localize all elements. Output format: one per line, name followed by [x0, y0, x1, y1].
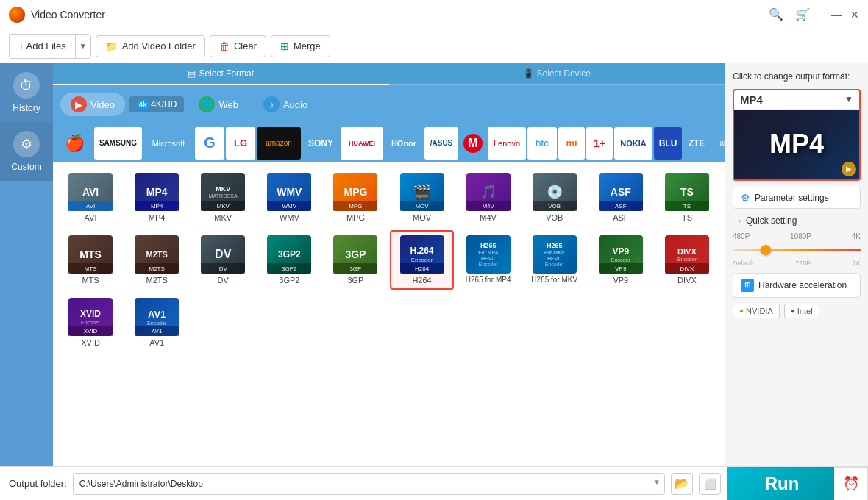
quality-slider[interactable]	[733, 243, 861, 257]
sidebar-item-custom[interactable]: ⚙ Custom	[0, 122, 53, 181]
history-icon: ⏱	[13, 72, 40, 99]
format-item-mpg[interactable]: MPG MPG MPG	[324, 168, 387, 227]
format-item-mp4[interactable]: MP4 MP4 MP4	[125, 168, 188, 227]
app-title: Video Converter	[31, 9, 769, 21]
format-item-mkv[interactable]: MKV MATROSKA MKV MKV	[191, 168, 255, 227]
quick-setting-label: → Quick setting	[733, 215, 861, 226]
merge-icon: ⊞	[280, 40, 289, 52]
intel-icon: ●	[791, 307, 795, 315]
format-item-ts[interactable]: TS TS TS	[655, 168, 719, 227]
tab-select-device[interactable]: 📱 Select Device	[389, 63, 725, 85]
device-samsung[interactable]: SAMSUNG	[94, 127, 142, 160]
device-alcatel[interactable]: alcatel	[711, 127, 725, 160]
category-web[interactable]: 🌐 Web	[188, 93, 249, 116]
format-tab-icon: ▤	[188, 68, 196, 79]
format-item-m4v[interactable]: 🎵 M4V M4V	[457, 168, 520, 227]
output-path-input[interactable]	[73, 473, 665, 495]
format-grid: AVI AVI AVI MP4 MP4 MP4 MKV	[53, 162, 725, 466]
device-honor[interactable]: HOnor	[385, 127, 423, 160]
tab-select-format[interactable]: ▤ Select Format	[53, 63, 389, 85]
close-button[interactable]: ✕	[850, 9, 859, 21]
main-area: ⏱ History ⚙ Custom ▤ Select Format 📱 Sel…	[0, 63, 868, 466]
category-video[interactable]: ▶ Video	[60, 93, 125, 116]
quality-4k-button[interactable]: 4k 4K/HD	[129, 96, 184, 113]
hardware-acceleration-button[interactable]: ⊞ Hardware acceleration	[733, 273, 861, 298]
device-google[interactable]: G	[195, 127, 224, 160]
run-button[interactable]: Run	[727, 467, 837, 501]
clear-button[interactable]: 🗑 Clear	[210, 35, 266, 57]
format-item-3gp2[interactable]: 3GP2 3GP2 3GP2	[257, 230, 321, 290]
format-item-mts[interactable]: MTS MTS MTS	[59, 230, 122, 290]
format-item-m2ts[interactable]: M2TS M2TS M2TS	[125, 230, 188, 290]
nvidia-badge[interactable]: ● NVIDIA	[733, 304, 780, 318]
trash-icon: 🗑	[219, 40, 230, 52]
mp4-preview: MP4 ▶	[734, 110, 859, 179]
titlebar: Video Converter 🔍 🛒 — ✕	[0, 0, 868, 29]
minimize-button[interactable]: —	[831, 9, 842, 21]
output-format-label: MP4	[740, 93, 844, 106]
intel-badge[interactable]: ● Intel	[784, 304, 819, 318]
device-zte[interactable]: ZTE	[683, 127, 710, 160]
cart-icon[interactable]: 🛒	[795, 7, 810, 21]
device-lenovo[interactable]: Lenovo	[488, 127, 526, 160]
parameter-settings-button[interactable]: ⚙ Parameter settings	[733, 187, 861, 209]
browse-folder-button[interactable]: 📂	[671, 473, 693, 495]
device-lg[interactable]: LG	[226, 127, 255, 160]
quality-slider-section: 480P 1080P 4K Default 720P 2K	[733, 232, 861, 267]
device-asus[interactable]: /ASUS	[424, 127, 458, 160]
format-item-h265mp4[interactable]: H265 For MP4 HEVC Encoder H265 for MP4	[457, 230, 520, 290]
export-button[interactable]: ⬜	[699, 473, 721, 495]
format-item-avi[interactable]: AVI AVI AVI	[59, 168, 122, 227]
format-item-divx[interactable]: DIVX Encoder DIVX DIVX	[655, 230, 719, 290]
format-item-vp9[interactable]: VP9 Encoder VP9 VP9	[589, 230, 652, 290]
format-item-h264[interactable]: H.264 Encoder H264 H264	[390, 230, 453, 290]
output-folder-label: Output folder:	[9, 478, 67, 489]
format-item-wmv[interactable]: WMV WMV WMV	[257, 168, 321, 227]
device-microsoft[interactable]: Microsoft	[143, 127, 193, 160]
svg-text:M: M	[468, 137, 477, 149]
device-blu[interactable]: BLU	[654, 127, 682, 160]
settings-icon: ⚙	[741, 192, 750, 204]
format-item-h265mkv[interactable]: H265 For MKV HEVC Encoder H265 for MKV	[523, 230, 586, 290]
merge-button[interactable]: ⊞ Merge	[271, 35, 330, 57]
bottom-bar: Output folder: ▼ 📂 ⬜ Run ⏰	[0, 466, 868, 500]
device-apple[interactable]: 🍎	[56, 127, 93, 160]
add-files-group: + Add Files ▼	[9, 34, 91, 59]
device-logos-row: 🍎 SAMSUNG Microsoft G LG amazon SONY HUA…	[53, 124, 725, 162]
format-item-vob[interactable]: 💿 VOB VOB	[523, 168, 586, 227]
web-cat-icon: 🌐	[199, 96, 215, 113]
format-item-xvid[interactable]: XVID Encoder XVID XVID	[59, 293, 122, 352]
gpu-badges: ● NVIDIA ● Intel	[733, 304, 861, 318]
format-item-dv[interactable]: DV DV DV	[191, 230, 255, 290]
category-audio[interactable]: ♪ Audio	[253, 93, 318, 116]
device-amazon[interactable]: amazon	[257, 127, 301, 160]
format-tabs: ▤ Select Format 📱 Select Device	[53, 63, 725, 85]
device-sony[interactable]: SONY	[302, 127, 339, 160]
add-files-dropdown[interactable]: ▼	[75, 34, 91, 59]
device-nokia[interactable]: NOKIA	[614, 127, 652, 160]
output-format-selector[interactable]: MP4 ▼ MP4 ▶	[733, 89, 861, 181]
add-folder-button[interactable]: 📁 Add Video Folder	[96, 35, 205, 57]
format-panel: ▤ Select Format 📱 Select Device ▶ Video …	[53, 63, 725, 466]
alarm-button[interactable]: ⏰	[834, 467, 868, 501]
quality-badge: 4k	[137, 100, 149, 109]
right-panel: Click to change output format: MP4 ▼ MP4…	[725, 63, 868, 466]
output-format-dropdown[interactable]: ▼	[844, 94, 853, 104]
device-oneplus[interactable]: 1+	[586, 127, 613, 160]
sidebar: ⏱ History ⚙ Custom	[0, 63, 53, 466]
format-item-av1[interactable]: AV1 Encoder AV1 AV1	[125, 293, 188, 352]
device-huawei[interactable]: HUAWEI	[341, 127, 383, 160]
format-item-mov[interactable]: 🎬 MOV MOV	[390, 168, 453, 227]
add-files-button[interactable]: + Add Files	[9, 34, 75, 59]
path-dropdown-arrow[interactable]: ▼	[653, 478, 661, 486]
output-format-header: Click to change output format:	[733, 71, 861, 83]
device-htc[interactable]: htc	[527, 127, 557, 160]
sidebar-item-history[interactable]: ⏱ History	[0, 63, 53, 122]
format-item-3gp[interactable]: 3GP 3GP 3GP	[324, 230, 387, 290]
format-item-asf[interactable]: ASF ASF ASF	[589, 168, 652, 227]
folder-icon: 📁	[105, 40, 118, 52]
device-motorola[interactable]: M	[460, 127, 486, 160]
search-icon[interactable]: 🔍	[769, 7, 783, 21]
device-xiaomi[interactable]: mi	[558, 127, 585, 160]
app-icon	[9, 7, 25, 23]
